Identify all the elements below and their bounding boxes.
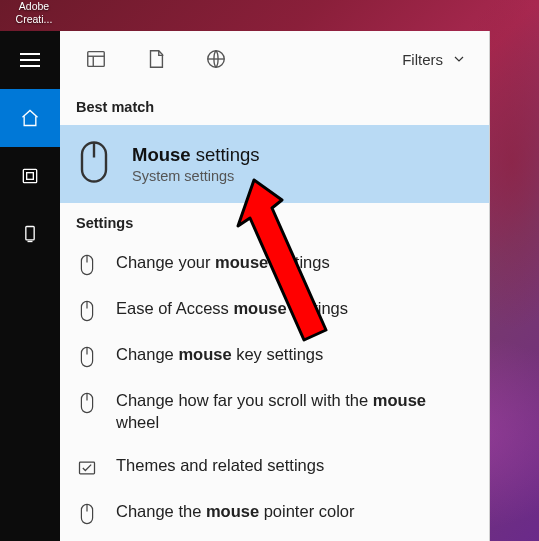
section-settings-header: Settings (60, 203, 489, 241)
result-text: Change your mouse settings (116, 251, 473, 273)
search-results-panel: Filters Best match Mouse settings System… (60, 31, 490, 541)
device-icon (20, 224, 40, 244)
themes-icon (76, 454, 98, 480)
globe-icon (205, 48, 227, 70)
scope-all-button[interactable] (66, 31, 126, 87)
filters-button[interactable]: Filters (402, 51, 483, 68)
rail-apps-button[interactable] (0, 147, 60, 205)
settings-results-list: Change your mouse settingsEase of Access… (60, 241, 489, 536)
mouse-icon (76, 343, 98, 369)
best-match-subtitle: System settings (132, 168, 260, 184)
scope-documents-button[interactable] (126, 31, 186, 87)
home-icon (20, 108, 40, 128)
rail-home-button[interactable] (0, 89, 60, 147)
desktop-icon-adobe[interactable]: Adobe Creati... (6, 0, 62, 26)
svg-rect-4 (88, 52, 105, 67)
settings-result-4[interactable]: Themes and related settings (60, 444, 489, 490)
section-best-match-header: Best match (60, 87, 489, 125)
mouse-icon (76, 297, 98, 323)
settings-result-2[interactable]: Change mouse key settings (60, 333, 489, 379)
result-text: Change how far you scroll with the mouse… (116, 389, 473, 434)
chevron-down-icon (451, 51, 467, 67)
mouse-icon (76, 139, 112, 189)
settings-result-3[interactable]: Change how far you scroll with the mouse… (60, 379, 489, 444)
mouse-icon (76, 389, 98, 415)
desktop-icon-label-l1: Adobe (19, 0, 49, 12)
settings-result-5[interactable]: Change the mouse pointer color (60, 490, 489, 536)
settings-result-1[interactable]: Ease of Access mouse settings (60, 287, 489, 333)
left-rail (0, 31, 60, 541)
filters-label: Filters (402, 51, 443, 68)
svg-rect-1 (27, 173, 34, 180)
best-match-text: Mouse settings System settings (132, 144, 260, 184)
mouse-icon (76, 500, 98, 526)
best-match-mouse-settings[interactable]: Mouse settings System settings (60, 125, 489, 203)
svg-rect-0 (23, 169, 36, 182)
svg-rect-2 (26, 227, 34, 240)
mouse-icon (76, 251, 98, 277)
hamburger-icon (20, 53, 40, 67)
result-text: Change the mouse pointer color (116, 500, 473, 522)
settings-result-0[interactable]: Change your mouse settings (60, 241, 489, 287)
rail-devices-button[interactable] (0, 205, 60, 263)
document-icon (145, 48, 167, 70)
scope-all-icon (85, 48, 107, 70)
best-match-title: Mouse settings (132, 144, 260, 166)
start-search-panel: Filters Best match Mouse settings System… (0, 31, 490, 541)
result-text: Change mouse key settings (116, 343, 473, 365)
desktop-icon-label-l2: Creati... (16, 13, 53, 25)
result-text: Ease of Access mouse settings (116, 297, 473, 319)
scope-bar: Filters (60, 31, 489, 87)
apps-icon (20, 166, 40, 186)
result-text: Themes and related settings (116, 454, 473, 476)
rail-menu-button[interactable] (0, 31, 60, 89)
scope-web-button[interactable] (186, 31, 246, 87)
